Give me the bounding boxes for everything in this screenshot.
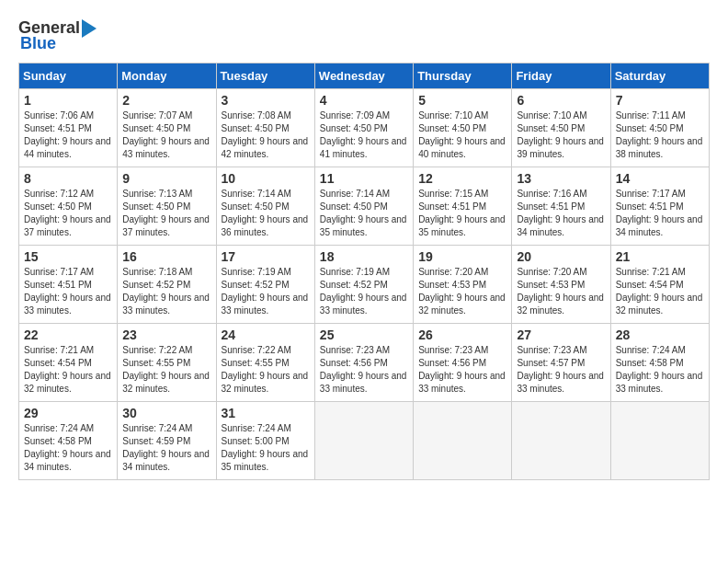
day-info: Sunrise: 7:09 AM Sunset: 4:50 PM Dayligh… xyxy=(320,109,408,161)
day-info: Sunrise: 7:24 AM Sunset: 5:00 PM Dayligh… xyxy=(222,422,310,474)
day-info: Sunrise: 7:19 AM Sunset: 4:52 PM Dayligh… xyxy=(222,266,310,317)
day-number: 22 xyxy=(24,327,112,342)
day-info: Sunrise: 7:14 AM Sunset: 4:50 PM Dayligh… xyxy=(320,188,408,239)
day-number: 30 xyxy=(122,406,210,420)
day-number: 1 xyxy=(24,93,112,108)
day-number: 21 xyxy=(616,249,704,264)
calendar-body: 1 Sunrise: 7:06 AM Sunset: 4:51 PM Dayli… xyxy=(19,89,710,480)
day-info: Sunrise: 7:20 AM Sunset: 4:53 PM Dayligh… xyxy=(418,266,506,317)
calendar-day-cell: 1 Sunrise: 7:06 AM Sunset: 4:51 PM Dayli… xyxy=(19,89,118,167)
day-number: 14 xyxy=(616,171,704,186)
day-of-week-header: Friday xyxy=(512,63,610,89)
day-info: Sunrise: 7:17 AM Sunset: 4:51 PM Dayligh… xyxy=(24,266,112,317)
calendar-day-cell: 2 Sunrise: 7:07 AM Sunset: 4:50 PM Dayli… xyxy=(118,89,216,167)
day-info: Sunrise: 7:08 AM Sunset: 4:50 PM Dayligh… xyxy=(222,109,310,161)
calendar-week-row: 22 Sunrise: 7:21 AM Sunset: 4:54 PM Dayl… xyxy=(19,324,710,402)
calendar-table: SundayMondayTuesdayWednesdayThursdayFrid… xyxy=(18,63,710,480)
day-number: 5 xyxy=(418,93,506,108)
day-info: Sunrise: 7:24 AM Sunset: 4:58 PM Dayligh… xyxy=(616,344,704,396)
day-of-week-header: Saturday xyxy=(610,63,709,89)
day-info: Sunrise: 7:20 AM Sunset: 4:53 PM Dayligh… xyxy=(517,266,605,317)
day-number: 12 xyxy=(418,171,506,186)
calendar-day-cell: 5 Sunrise: 7:10 AM Sunset: 4:50 PM Dayli… xyxy=(414,89,512,167)
logo-arrow-icon xyxy=(82,19,97,38)
day-number: 2 xyxy=(122,93,210,108)
day-number: 24 xyxy=(222,327,310,342)
day-number: 27 xyxy=(517,327,605,342)
day-number: 31 xyxy=(222,406,310,420)
day-number: 28 xyxy=(616,327,704,342)
calendar-day-cell: 12 Sunrise: 7:15 AM Sunset: 4:51 PM Dayl… xyxy=(414,167,512,246)
day-info: Sunrise: 7:22 AM Sunset: 4:55 PM Dayligh… xyxy=(222,344,310,396)
calendar-week-row: 1 Sunrise: 7:06 AM Sunset: 4:51 PM Dayli… xyxy=(19,89,710,167)
calendar-day-cell: 10 Sunrise: 7:14 AM Sunset: 4:50 PM Dayl… xyxy=(216,167,314,246)
day-info: Sunrise: 7:11 AM Sunset: 4:50 PM Dayligh… xyxy=(616,109,704,161)
day-number: 8 xyxy=(24,171,112,186)
calendar-day-cell: 24 Sunrise: 7:22 AM Sunset: 4:55 PM Dayl… xyxy=(216,324,314,402)
day-info: Sunrise: 7:15 AM Sunset: 4:51 PM Dayligh… xyxy=(418,188,506,239)
day-number: 13 xyxy=(517,171,605,186)
day-number: 6 xyxy=(517,93,605,108)
day-number: 7 xyxy=(616,93,704,108)
day-of-week-header: Sunday xyxy=(19,63,118,89)
day-info: Sunrise: 7:24 AM Sunset: 4:58 PM Dayligh… xyxy=(24,422,112,474)
calendar-week-row: 8 Sunrise: 7:12 AM Sunset: 4:50 PM Dayli… xyxy=(19,167,710,246)
calendar-day-cell: 9 Sunrise: 7:13 AM Sunset: 4:50 PM Dayli… xyxy=(118,167,216,246)
calendar-day-cell: 11 Sunrise: 7:14 AM Sunset: 4:50 PM Dayl… xyxy=(314,167,413,246)
calendar-day-cell: 17 Sunrise: 7:19 AM Sunset: 4:52 PM Dayl… xyxy=(216,246,314,324)
day-info: Sunrise: 7:12 AM Sunset: 4:50 PM Dayligh… xyxy=(24,188,112,239)
day-of-week-header: Wednesday xyxy=(314,63,413,89)
day-info: Sunrise: 7:23 AM Sunset: 4:56 PM Dayligh… xyxy=(320,344,408,396)
logo-blue-text: Blue xyxy=(20,34,56,53)
day-number: 11 xyxy=(320,171,408,186)
day-number: 26 xyxy=(418,327,506,342)
calendar-day-cell: 4 Sunrise: 7:09 AM Sunset: 4:50 PM Dayli… xyxy=(314,89,413,167)
day-number: 20 xyxy=(517,249,605,264)
calendar-week-row: 15 Sunrise: 7:17 AM Sunset: 4:51 PM Dayl… xyxy=(19,246,710,324)
day-of-week-header: Monday xyxy=(118,63,216,89)
day-number: 10 xyxy=(222,171,310,186)
page-header: General Blue xyxy=(18,18,710,53)
day-info: Sunrise: 7:21 AM Sunset: 4:54 PM Dayligh… xyxy=(24,344,112,396)
day-of-week-header: Thursday xyxy=(414,63,512,89)
day-info: Sunrise: 7:14 AM Sunset: 4:50 PM Dayligh… xyxy=(222,188,310,239)
day-number: 23 xyxy=(122,327,210,342)
day-info: Sunrise: 7:17 AM Sunset: 4:51 PM Dayligh… xyxy=(616,188,704,239)
calendar-day-cell: 22 Sunrise: 7:21 AM Sunset: 4:54 PM Dayl… xyxy=(19,324,118,402)
day-info: Sunrise: 7:21 AM Sunset: 4:54 PM Dayligh… xyxy=(616,266,704,317)
day-number: 25 xyxy=(320,327,408,342)
calendar-day-cell: 16 Sunrise: 7:18 AM Sunset: 4:52 PM Dayl… xyxy=(118,246,216,324)
calendar-day-cell: 18 Sunrise: 7:19 AM Sunset: 4:52 PM Dayl… xyxy=(314,246,413,324)
calendar-day-cell: 25 Sunrise: 7:23 AM Sunset: 4:56 PM Dayl… xyxy=(314,324,413,402)
calendar-day-cell: 19 Sunrise: 7:20 AM Sunset: 4:53 PM Dayl… xyxy=(414,246,512,324)
day-info: Sunrise: 7:23 AM Sunset: 4:56 PM Dayligh… xyxy=(418,344,506,396)
calendar-day-cell xyxy=(314,402,413,480)
day-number: 17 xyxy=(222,249,310,264)
day-number: 4 xyxy=(320,93,408,108)
calendar-day-cell: 3 Sunrise: 7:08 AM Sunset: 4:50 PM Dayli… xyxy=(216,89,314,167)
day-info: Sunrise: 7:06 AM Sunset: 4:51 PM Dayligh… xyxy=(24,109,112,161)
day-number: 15 xyxy=(24,249,112,264)
calendar-day-cell xyxy=(414,402,512,480)
calendar-day-cell: 28 Sunrise: 7:24 AM Sunset: 4:58 PM Dayl… xyxy=(610,324,709,402)
calendar-day-cell: 20 Sunrise: 7:20 AM Sunset: 4:53 PM Dayl… xyxy=(512,246,610,324)
calendar-day-cell: 29 Sunrise: 7:24 AM Sunset: 4:58 PM Dayl… xyxy=(19,402,118,480)
day-info: Sunrise: 7:16 AM Sunset: 4:51 PM Dayligh… xyxy=(517,188,605,239)
day-info: Sunrise: 7:22 AM Sunset: 4:55 PM Dayligh… xyxy=(122,344,210,396)
day-number: 9 xyxy=(122,171,210,186)
logo: General Blue xyxy=(18,18,97,53)
calendar-day-cell: 27 Sunrise: 7:23 AM Sunset: 4:57 PM Dayl… xyxy=(512,324,610,402)
day-info: Sunrise: 7:19 AM Sunset: 4:52 PM Dayligh… xyxy=(320,266,408,317)
calendar-day-cell: 13 Sunrise: 7:16 AM Sunset: 4:51 PM Dayl… xyxy=(512,167,610,246)
day-of-week-header: Tuesday xyxy=(216,63,314,89)
day-number: 29 xyxy=(24,406,112,420)
day-info: Sunrise: 7:13 AM Sunset: 4:50 PM Dayligh… xyxy=(122,188,210,239)
day-info: Sunrise: 7:07 AM Sunset: 4:50 PM Dayligh… xyxy=(122,109,210,161)
calendar-day-cell: 7 Sunrise: 7:11 AM Sunset: 4:50 PM Dayli… xyxy=(610,89,709,167)
day-number: 18 xyxy=(320,249,408,264)
calendar-day-cell: 31 Sunrise: 7:24 AM Sunset: 5:00 PM Dayl… xyxy=(216,402,314,480)
calendar-day-cell: 26 Sunrise: 7:23 AM Sunset: 4:56 PM Dayl… xyxy=(414,324,512,402)
day-info: Sunrise: 7:23 AM Sunset: 4:57 PM Dayligh… xyxy=(517,344,605,396)
calendar-header-row: SundayMondayTuesdayWednesdayThursdayFrid… xyxy=(19,63,710,89)
day-number: 16 xyxy=(122,249,210,264)
